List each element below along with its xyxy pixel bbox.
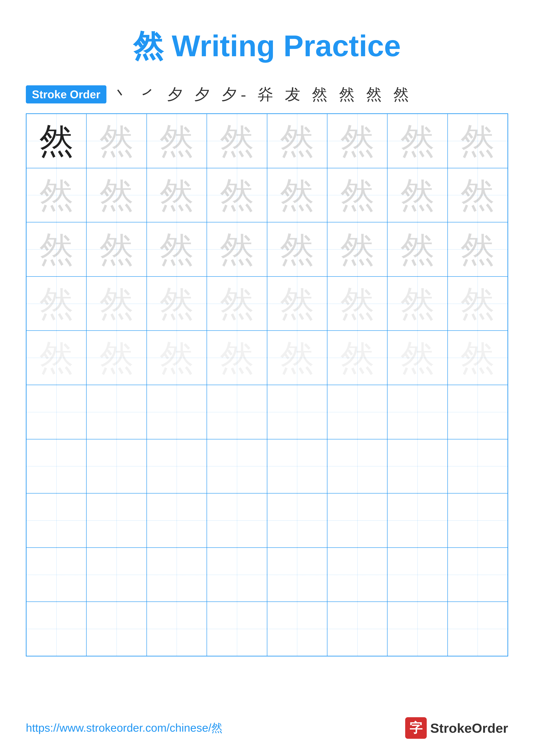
grid-cell[interactable]: 然	[26, 331, 87, 385]
grid-cell[interactable]: 然	[387, 331, 447, 385]
practice-character: 然	[220, 178, 254, 212]
grid-cell[interactable]: 然	[87, 277, 146, 331]
grid-cell[interactable]: 然	[327, 168, 387, 222]
practice-character: 然	[39, 124, 74, 158]
grid-cell[interactable]	[147, 548, 207, 602]
practice-character: 然	[39, 232, 74, 267]
grid-cell[interactable]: 然	[207, 168, 267, 222]
grid-cell[interactable]	[327, 493, 387, 548]
grid-cell[interactable]	[207, 548, 267, 602]
grid-cell[interactable]	[447, 548, 508, 602]
grid-cell[interactable]: 然	[387, 168, 447, 222]
practice-character: 然	[220, 286, 254, 321]
grid-cell[interactable]	[26, 385, 87, 439]
grid-cell[interactable]: 然	[267, 114, 327, 168]
grid-cell[interactable]	[327, 439, 387, 494]
grid-cell[interactable]	[387, 385, 447, 439]
grid-cell[interactable]	[26, 602, 87, 656]
grid-cell[interactable]	[387, 548, 447, 602]
practice-character: 然	[280, 286, 314, 321]
grid-cell[interactable]	[207, 602, 267, 656]
grid-cell[interactable]	[447, 439, 508, 494]
grid-cell[interactable]	[207, 385, 267, 439]
grid-cell[interactable]: 然	[447, 277, 508, 331]
grid-cell[interactable]: 然	[267, 222, 327, 277]
grid-cell[interactable]	[267, 548, 327, 602]
practice-character: 然	[400, 286, 435, 321]
grid-cell[interactable]: 然	[267, 331, 327, 385]
grid-cell[interactable]: 然	[26, 168, 87, 222]
grid-cell[interactable]: 然	[147, 222, 207, 277]
grid-cell[interactable]: 然	[387, 222, 447, 277]
footer-brand: 字 StrokeOrder	[405, 717, 508, 739]
grid-cell[interactable]: 然	[147, 168, 207, 222]
grid-cell[interactable]: 然	[327, 331, 387, 385]
grid-cell[interactable]	[447, 385, 508, 439]
grid-cell[interactable]: 然	[26, 222, 87, 277]
brand-icon: 字	[405, 717, 427, 739]
grid-cell[interactable]: 然	[327, 114, 387, 168]
grid-cell[interactable]: 然	[207, 114, 267, 168]
grid-cell[interactable]: 然	[87, 114, 146, 168]
page-title: 然 Writing Practice	[26, 26, 508, 67]
grid-cell[interactable]	[387, 602, 447, 656]
grid-cell[interactable]	[387, 439, 447, 494]
grid-cell[interactable]: 然	[267, 168, 327, 222]
grid-cell[interactable]	[327, 548, 387, 602]
stroke-sequence: 丶 ㇒ 夕 夕 夕- 灷 犮 然 然 然 然	[113, 84, 413, 105]
grid-cell[interactable]: 然	[87, 331, 146, 385]
grid-cell[interactable]	[147, 385, 207, 439]
practice-character: 然	[280, 232, 314, 267]
grid-cell[interactable]	[387, 493, 447, 548]
grid-cell[interactable]: 然	[26, 277, 87, 331]
brand-name: StrokeOrder	[430, 720, 508, 736]
grid-cell[interactable]	[267, 493, 327, 548]
grid-cell[interactable]: 然	[147, 331, 207, 385]
grid-cell[interactable]	[147, 493, 207, 548]
grid-cell[interactable]: 然	[327, 222, 387, 277]
grid-cell[interactable]: 然	[447, 222, 508, 277]
grid-cell[interactable]	[207, 493, 267, 548]
grid-cell[interactable]: 然	[207, 222, 267, 277]
grid-cell[interactable]: 然	[327, 277, 387, 331]
grid-cell[interactable]	[447, 493, 508, 548]
grid-cell[interactable]	[87, 439, 146, 494]
footer: https://www.strokeorder.com/chinese/然 字 …	[26, 717, 508, 739]
practice-character: 然	[159, 286, 194, 321]
grid-cell[interactable]	[26, 493, 87, 548]
grid-cell[interactable]: 然	[447, 331, 508, 385]
grid-cell[interactable]	[87, 548, 146, 602]
grid-cell[interactable]: 然	[447, 114, 508, 168]
grid-cell[interactable]	[267, 602, 327, 656]
grid-cell[interactable]	[207, 439, 267, 494]
grid-cell[interactable]	[147, 439, 207, 494]
grid-cell[interactable]: 然	[267, 277, 327, 331]
grid-cell[interactable]: 然	[207, 277, 267, 331]
footer-url: https://www.strokeorder.com/chinese/然	[26, 720, 222, 736]
grid-cell[interactable]: 然	[87, 222, 146, 277]
grid-cell[interactable]	[267, 385, 327, 439]
grid-cell[interactable]: 然	[26, 114, 87, 168]
practice-character: 然	[280, 340, 314, 375]
grid-cell[interactable]	[87, 385, 146, 439]
practice-character: 然	[340, 340, 375, 375]
grid-cell[interactable]: 然	[87, 168, 146, 222]
grid-cell[interactable]	[327, 602, 387, 656]
grid-cell[interactable]	[26, 439, 87, 494]
grid-cell[interactable]	[327, 385, 387, 439]
grid-cell[interactable]: 然	[387, 114, 447, 168]
grid-cell[interactable]	[267, 439, 327, 494]
grid-cell[interactable]: 然	[387, 277, 447, 331]
grid-cell[interactable]	[87, 602, 146, 656]
grid-cell[interactable]	[26, 548, 87, 602]
grid-cell[interactable]	[87, 493, 146, 548]
grid-cell[interactable]	[147, 602, 207, 656]
grid-cell[interactable]: 然	[207, 331, 267, 385]
grid-cell[interactable]	[447, 602, 508, 656]
grid-cell[interactable]: 然	[147, 277, 207, 331]
grid-cell[interactable]: 然	[147, 114, 207, 168]
grid-cell[interactable]: 然	[447, 168, 508, 222]
practice-character: 然	[99, 178, 134, 212]
practice-character: 然	[280, 178, 314, 212]
practice-character: 然	[400, 232, 435, 267]
